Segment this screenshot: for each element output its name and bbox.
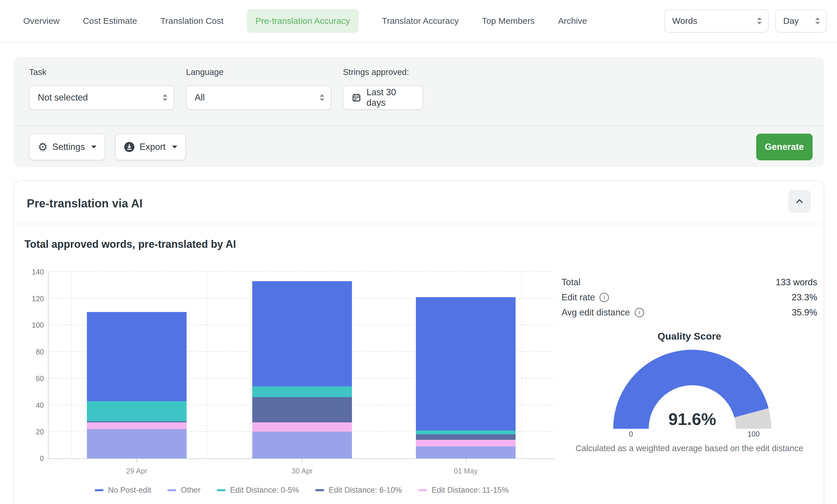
task-select-value: Not selected (38, 92, 88, 103)
tab-top-members[interactable]: Top Members (482, 16, 535, 26)
legend-item-edit-distance-0-5[interactable]: Edit Distance: 0-5% (217, 486, 299, 495)
period-select[interactable]: Day (775, 9, 827, 33)
strings-approved-label: Strings approved: (343, 67, 409, 77)
info-icon[interactable]: i (600, 293, 609, 302)
legend-marker-edit-distance-11-15 (418, 489, 427, 491)
quality-score-title: Quality Score (562, 330, 817, 342)
bar-segment-edit-distance-0-5 (87, 401, 186, 421)
legend-item-other[interactable]: Other (167, 486, 200, 495)
bar-01-may (416, 297, 516, 458)
filter-panel: Task Not selected Language All Strings a… (13, 57, 824, 167)
legend-marker-edit-distance-6-10 (315, 489, 324, 491)
generate-button-label: Generate (765, 142, 804, 152)
nav-tabs: OverviewCost EstimateTranslation CostPre… (23, 9, 587, 33)
stat-label-text: Avg edit distance (562, 307, 630, 318)
nav-controls: Words Day (664, 9, 827, 33)
language-select-value: All (195, 92, 204, 103)
bar-29-apr (87, 312, 186, 458)
stat-label-avg-edit-distance: Avg edit distancei (562, 307, 644, 318)
legend-label-edit-distance-0-5: Edit Distance: 0-5% (230, 486, 299, 495)
language-label: Language (186, 67, 224, 77)
select-arrows-icon (320, 94, 324, 101)
x-tick-30-apr (302, 459, 303, 463)
gridline-x-1 (207, 272, 207, 458)
info-icon[interactable]: i (635, 308, 644, 317)
bar-segment-edit-distance-11-15 (252, 422, 352, 432)
legend-label-edit-distance-6-10: Edit Distance: 6-10% (329, 486, 402, 495)
select-arrows-icon (815, 17, 820, 24)
legend-item-no-post-edit[interactable]: No Post-edit (95, 486, 152, 495)
tab-cost-estimate[interactable]: Cost Estimate (83, 16, 137, 26)
select-arrows-icon (757, 17, 762, 24)
task-select[interactable]: Not selected (29, 85, 174, 110)
bar-segment-other (87, 429, 186, 458)
stats-block: Total133 wordsEdit ratei23.3%Avg edit di… (562, 275, 817, 320)
x-tick-01-may (466, 459, 466, 463)
stat-label-total: Total (562, 277, 581, 288)
legend-label-edit-distance-11-15: Edit Distance: 11-15% (431, 486, 509, 495)
stat-label-text: Total (562, 277, 581, 288)
chart-title: Total approved words, pre-translated by … (24, 238, 236, 250)
legend-marker-no-post-edit (95, 489, 104, 491)
period-select-value: Day (783, 16, 799, 26)
calendar-icon (352, 93, 361, 103)
y-tick-label-120: 120 (23, 294, 44, 303)
y-tick-label-60: 60 (23, 374, 44, 383)
y-tick-label-20: 20 (23, 427, 44, 436)
legend-item-edit-distance-6-10[interactable]: Edit Distance: 6-10% (315, 486, 402, 495)
legend-label-no-post-edit: No Post-edit (108, 486, 152, 495)
y-tick-label-140: 140 (23, 268, 44, 276)
select-arrows-icon (163, 94, 167, 101)
chart-legend: No Post-editOtherEdit Distance: 0-5%Edit… (49, 486, 555, 495)
gauge-value: 91.6% (613, 409, 771, 429)
y-tick-label-40: 40 (23, 401, 44, 410)
legend-label-other: Other (181, 486, 200, 495)
stat-value-total: 133 words (776, 277, 817, 288)
stat-label-edit-rate: Edit ratei (562, 292, 609, 303)
y-tick-label-100: 100 (23, 321, 44, 329)
panel-divider (14, 224, 824, 224)
quality-gauge: 91.6% (613, 350, 771, 429)
tab-archive[interactable]: Archive (558, 16, 587, 26)
report-page: OverviewCost EstimateTranslation CostPre… (0, 0, 837, 504)
stat-row-edit-rate: Edit ratei23.3% (562, 290, 817, 305)
bar-segment-edit-distance-6-10 (416, 434, 516, 439)
unit-select-value: Words (672, 16, 697, 26)
chevron-down-icon (91, 146, 96, 148)
tab-overview[interactable]: Overview (23, 16, 59, 26)
gauge-footnote: Calculated as a weighted average based o… (544, 444, 835, 453)
x-label-30-apr: 30 Apr (270, 467, 334, 475)
bar-segment-other (252, 432, 352, 458)
legend-marker-other (167, 489, 176, 491)
tab-translation-cost[interactable]: Translation Cost (160, 16, 224, 26)
y-tick-label-0: 0 (23, 454, 44, 463)
bar-segment-edit-distance-11-15 (87, 422, 186, 429)
gear-icon: ⚙ (38, 142, 48, 152)
unit-select[interactable]: Words (664, 9, 769, 33)
task-label: Task (29, 67, 47, 77)
tab-pre-translation-accuracy[interactable]: Pre-translation Accuracy (247, 9, 359, 33)
stat-label-text: Edit rate (562, 292, 595, 303)
collapse-button[interactable] (788, 190, 811, 213)
chevron-down-icon (172, 146, 177, 148)
gridline-x-0 (71, 272, 72, 458)
legend-item-edit-distance-11-15[interactable]: Edit Distance: 11-15% (418, 486, 509, 495)
gridline-y-140 (49, 271, 555, 272)
x-tick-29-apr (137, 459, 137, 463)
stat-value-edit-rate: 23.3% (792, 292, 817, 303)
tab-translator-accuracy[interactable]: Translator Accuracy (382, 16, 459, 26)
date-range-button[interactable]: Last 30 days (343, 85, 423, 110)
generate-button[interactable]: Generate (756, 133, 813, 160)
bar-segment-edit-distance-6-10 (252, 397, 352, 422)
export-button[interactable]: Export (115, 133, 186, 160)
bar-segment-no-post-edit (416, 297, 516, 431)
chevron-up-icon (794, 196, 805, 206)
settings-button[interactable]: ⚙ Settings (29, 133, 105, 160)
language-select[interactable]: All (186, 85, 331, 110)
bar-segment-edit-distance-0-5 (252, 386, 352, 397)
pretranslation-panel: Pre-translation via AI Total approved wo… (13, 180, 824, 504)
bar-segment-edit-distance-0-5 (416, 431, 516, 435)
bar-segment-other (416, 447, 516, 458)
bar-segment-no-post-edit (252, 281, 352, 386)
x-label-29-apr: 29 Apr (105, 467, 169, 475)
